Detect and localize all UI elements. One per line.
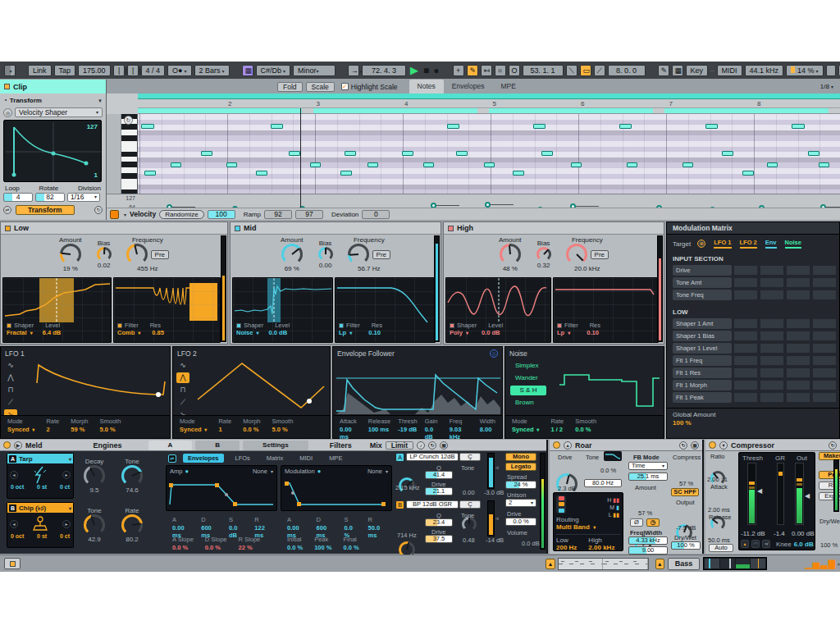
engine-a-ct[interactable]: 0 ct [60, 484, 70, 490]
matrix-cell[interactable] [760, 277, 784, 288]
cpu-meter[interactable]: 14 %▾ [786, 65, 824, 76]
engine-b-tone-knob[interactable] [84, 514, 105, 536]
roar-tone-freq-field[interactable]: 80.0 Hz [584, 479, 622, 487]
session-record-icon[interactable]: ⌗ [495, 65, 506, 76]
param-mode[interactable]: ModeSynced ▾ [7, 418, 34, 436]
thresh-value[interactable]: -11.2 dB [741, 530, 765, 537]
high-freq-knob[interactable] [566, 244, 587, 265]
param-final[interactable]: Final0.0 % [343, 536, 358, 550]
mid-pre-button[interactable]: Pre [372, 250, 390, 259]
param-s[interactable]: S0.0 dB [229, 516, 243, 532]
out-value[interactable]: 0.00 dB [792, 530, 815, 537]
follow-icon[interactable]: →← [348, 65, 359, 76]
matrix-cell[interactable] [812, 318, 837, 329]
matrix-cell[interactable] [786, 318, 810, 329]
auto-release-button[interactable]: Auto [709, 544, 733, 552]
param-s[interactable]: S0.0 % [344, 516, 356, 532]
high-bias-knob[interactable] [536, 247, 551, 262]
matrix-cell[interactable] [786, 368, 810, 378]
ramp-start-field[interactable]: 92 [264, 210, 292, 219]
high-level-field[interactable]: 0.0 dB [482, 329, 500, 336]
meld-tab-a[interactable]: A [148, 441, 193, 450]
groove-button[interactable]: O●▾ [167, 65, 191, 76]
fb-mode-menu[interactable]: Time▾ [628, 462, 668, 470]
engine-a-menu[interactable]: ATarp▾ [7, 454, 73, 463]
param-a[interactable]: A0.00 ms [287, 516, 305, 532]
peak-mode-icon[interactable]: ▴ [741, 540, 749, 548]
matrix-cell[interactable] [760, 355, 784, 366]
unison-menu[interactable]: 2▾ [505, 499, 536, 507]
high-res-field[interactable]: 0.10 [587, 329, 599, 336]
midi-note[interactable] [619, 124, 632, 129]
engine-b-menu[interactable]: BChip (♭♯)▾ [7, 503, 73, 513]
meld-activator[interactable] [3, 441, 11, 449]
scale-name-menu[interactable]: Minor▾ [293, 65, 336, 76]
roar-drywet-field[interactable]: 100 % [671, 541, 701, 550]
low-pre-button[interactable]: Pre [151, 250, 169, 259]
midi-note[interactable] [171, 162, 181, 167]
matrix-cell[interactable] [786, 290, 810, 300]
midi-note[interactable] [792, 124, 805, 129]
matrix-cell[interactable] [760, 392, 784, 403]
midi-note[interactable] [722, 151, 733, 156]
param-morph[interactable]: Morph0.0 % [243, 418, 260, 436]
engine-a-st[interactable]: 0 st [37, 484, 47, 490]
high-pre-button[interactable]: Pre [591, 250, 609, 259]
noise-type-brown[interactable]: Brown [510, 398, 553, 408]
meld-tab-b[interactable]: B [195, 441, 240, 450]
out-gain-handle[interactable]: ◀ [805, 492, 810, 500]
noise-type-simplex[interactable]: Simplex [510, 361, 553, 371]
record-button[interactable]: ● [432, 65, 440, 76]
deviation-field[interactable]: 0 [362, 210, 390, 219]
randomize-amount-field[interactable]: 100 [208, 210, 235, 219]
dual-mode-icon[interactable]: ≉ [762, 540, 770, 548]
matrix-cell[interactable] [786, 392, 810, 403]
roar-save-icon[interactable]: ▣ [691, 441, 699, 450]
limit-button[interactable]: Limit [386, 441, 413, 450]
fb-width-field[interactable]: 9.00 [628, 546, 668, 555]
matrix-source[interactable]: Env [765, 239, 777, 249]
matrix-row-label[interactable]: Shaper 1 Level [673, 343, 732, 354]
envf-map-icon[interactable]: ◎ [490, 349, 498, 358]
meld-drive-field[interactable]: 0.0 % [505, 518, 536, 526]
env-link-icon[interactable]: ⇄ [168, 454, 176, 463]
matrix-cell[interactable] [812, 343, 837, 354]
matrix-cell[interactable] [760, 380, 784, 390]
global-amount-field[interactable]: 100 % [673, 419, 833, 427]
quantize-menu[interactable]: 2 Bars▾ [194, 65, 230, 76]
mid-shaper-activator[interactable] [236, 323, 241, 328]
matrix-cell[interactable] [760, 318, 784, 329]
loop-toggle-icon[interactable]: ↻ [124, 116, 133, 125]
matrix-row-label[interactable]: Flt 1 Morph [673, 380, 732, 390]
matrix-cell[interactable] [786, 343, 810, 354]
roar-tone-filter-icon[interactable] [604, 451, 622, 461]
punch-out-icon[interactable]: ⟋ [594, 65, 605, 76]
low-shaper-display[interactable]: ShaperLevel Fractal ▾6.4 dB [2, 277, 112, 343]
crossover-high-field[interactable]: 2.00 kHz [588, 544, 614, 551]
filter-a-type-menu[interactable]: LP Crunch 12dB [406, 453, 459, 461]
param-peak[interactable]: Peak100 % [314, 536, 331, 550]
midi-note[interactable] [682, 162, 693, 167]
engine-b-prev-icon[interactable]: ◂ [10, 520, 18, 528]
matrix-cell[interactable] [760, 368, 784, 378]
matrix-cell[interactable] [733, 368, 758, 378]
param-release[interactable]: Release100 ms [368, 418, 391, 436]
high-shaper-display[interactable]: ShaperLevel Poly ▾0.0 dB [445, 277, 551, 343]
link-button[interactable]: Link [28, 65, 52, 76]
midi-note[interactable] [340, 171, 352, 176]
meld-tab-settings[interactable]: Settings [243, 441, 308, 450]
low-freq-knob[interactable] [126, 244, 148, 265]
matrix-source[interactable]: Noise [785, 239, 801, 249]
meld-save-icon[interactable]: ▣ [440, 441, 448, 450]
matrix-cell[interactable] [812, 380, 837, 390]
scale-icon[interactable]: ▦ [242, 65, 253, 76]
low-filter-activator[interactable] [117, 323, 122, 328]
high-filter-activator[interactable] [557, 323, 562, 328]
low-activator[interactable] [5, 226, 11, 231]
fb-freq-field[interactable]: 4.33 kHz [628, 536, 668, 545]
roar-hotswap-icon[interactable]: ↻ [679, 441, 687, 450]
mid-amount-knob[interactable] [281, 244, 303, 265]
punch-in-icon[interactable]: ⟍ [566, 65, 578, 76]
midi-note[interactable] [767, 162, 778, 167]
amp-env-target-menu[interactable]: None ▾ [253, 468, 273, 475]
